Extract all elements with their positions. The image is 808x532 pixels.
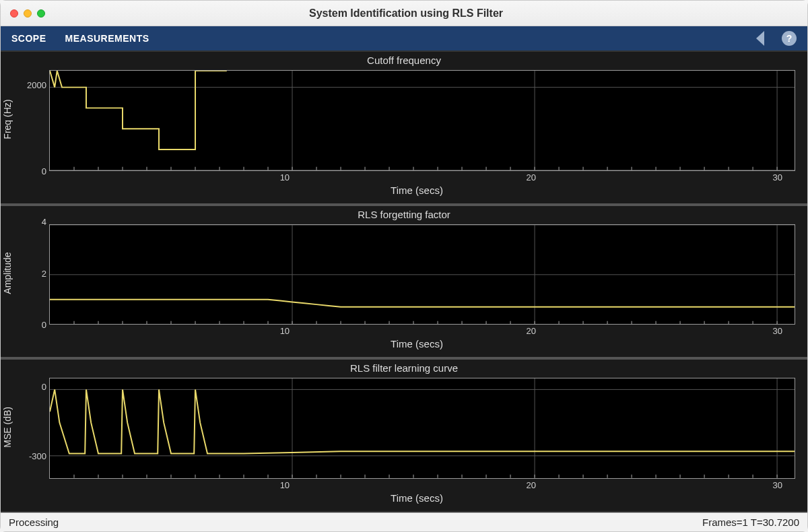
x-axis-label: Time (secs) <box>391 185 443 196</box>
x-tick: 20 <box>527 480 536 490</box>
x-tick: 10 <box>280 172 290 182</box>
y-tick: 2000 <box>27 79 46 90</box>
plot-area: Cutoff frequency Freq (Hz) 02000 Time (s… <box>1 51 807 512</box>
x-tick: 10 <box>280 480 290 490</box>
x-axis-label: Time (secs) <box>391 338 443 350</box>
y-axis-ticks: -3000 <box>18 375 49 479</box>
plot-cutoff[interactable]: Cutoff frequency Freq (Hz) 02000 Time (s… <box>1 52 807 205</box>
plot-title: RLS forgetting factor <box>1 206 807 222</box>
x-tick: 20 <box>527 172 536 182</box>
y-axis-ticks: 02000 <box>18 67 49 171</box>
x-axis: Time (secs) 102030 <box>38 171 795 203</box>
minimize-icon[interactable] <box>24 9 32 18</box>
x-tick: 10 <box>280 326 290 336</box>
x-axis: Time (secs) 102030 <box>38 479 795 511</box>
plot-learning[interactable]: RLS filter learning curve MSE (dB) -3000… <box>1 358 807 511</box>
axes[interactable] <box>49 70 795 171</box>
x-tick: 30 <box>772 172 782 182</box>
x-axis-label: Time (secs) <box>391 492 443 504</box>
status-frames: Frames=1 T=30.7200 <box>702 517 799 528</box>
tab-measurements[interactable]: MEASUREMENTS <box>65 33 149 44</box>
close-icon[interactable] <box>10 9 18 18</box>
x-axis: Time (secs) 102030 <box>38 325 795 357</box>
help-pointer-icon <box>756 31 764 46</box>
x-tick: 30 <box>772 480 782 490</box>
axes[interactable] <box>49 378 795 479</box>
y-tick: 4 <box>42 216 46 226</box>
x-tick: 20 <box>527 326 536 336</box>
axes[interactable] <box>49 224 795 325</box>
y-axis-label: Freq (Hz) <box>1 67 18 171</box>
plot-forgetting[interactable]: RLS forgetting factor Amplitude 024 Time… <box>1 205 807 359</box>
titlebar: System Identification using RLS Filter <box>1 1 807 26</box>
status-text: Processing <box>9 517 59 528</box>
window-title: System Identification using RLS Filter <box>45 7 767 20</box>
toolbar: SCOPE MEASUREMENTS ? <box>1 26 807 51</box>
y-axis-ticks: 024 <box>18 222 49 325</box>
plot-title: Cutoff frequency <box>1 52 807 67</box>
x-tick: 30 <box>772 326 782 336</box>
plot-title: RLS filter learning curve <box>1 360 807 375</box>
y-tick: 2 <box>42 268 46 278</box>
y-axis-label: MSE (dB) <box>1 375 18 479</box>
y-axis-label: Amplitude <box>1 222 18 325</box>
window-controls <box>1 9 45 18</box>
help-button[interactable]: ? <box>782 31 797 46</box>
tab-scope[interactable]: SCOPE <box>11 33 46 44</box>
y-tick: 0 <box>42 382 46 392</box>
zoom-icon[interactable] <box>37 9 45 18</box>
app-window: System Identification using RLS Filter S… <box>0 0 808 532</box>
status-bar: Processing Frames=1 T=30.7200 <box>1 512 807 531</box>
y-tick: -300 <box>29 451 46 461</box>
